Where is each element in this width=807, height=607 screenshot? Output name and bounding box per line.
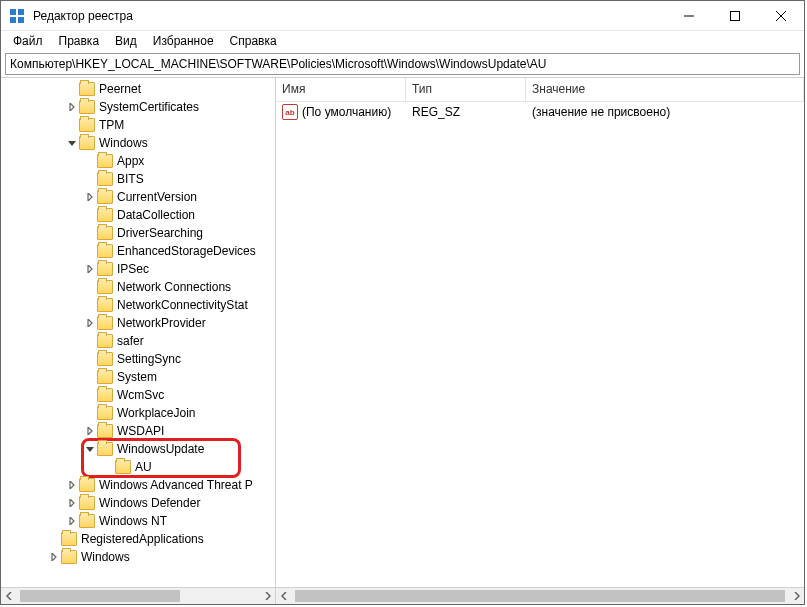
tree-item[interactable]: RegisteredApplications [1,530,275,548]
tree-item[interactable]: Windows Advanced Threat P [1,476,275,494]
chevron-right-icon[interactable] [65,100,79,114]
menu-favorites[interactable]: Избранное [145,32,222,50]
address-bar[interactable]: Компьютер\HKEY_LOCAL_MACHINE\SOFTWARE\Po… [5,53,800,75]
chevron-down-icon[interactable] [83,442,97,456]
tree-item[interactable]: Windows NT [1,512,275,530]
tree-item-label: IPSec [117,262,149,276]
chevron-right-icon[interactable] [65,514,79,528]
scroll-left-button[interactable] [1,588,18,604]
expander-placeholder [65,118,79,132]
chevron-right-icon[interactable] [83,190,97,204]
tree-item[interactable]: BITS [1,170,275,188]
folder-icon [97,208,113,222]
minimize-button[interactable] [666,1,712,30]
chevron-right-icon[interactable] [65,478,79,492]
tree[interactable]: PeernetSystemCertificatesTPMWindowsAppxB… [1,78,275,587]
tree-item[interactable]: Windows [1,548,275,566]
maximize-button[interactable] [712,1,758,30]
tree-item[interactable]: CurrentVersion [1,188,275,206]
tree-item[interactable]: Windows Defender [1,494,275,512]
list-header: Имя Тип Значение [276,78,804,102]
tree-item-label: TPM [99,118,124,132]
scroll-track[interactable] [293,588,787,604]
tree-item[interactable]: WorkplaceJoin [1,404,275,422]
tree-item[interactable]: SettingSync [1,350,275,368]
folder-icon [79,478,95,492]
folder-icon [97,244,113,258]
value-type: REG_SZ [406,105,526,119]
expander-placeholder [83,154,97,168]
tree-item[interactable]: TPM [1,116,275,134]
tree-item[interactable]: Peernet [1,80,275,98]
scroll-right-button[interactable] [258,588,275,604]
tree-item-label: Windows Advanced Threat P [99,478,253,492]
tree-item[interactable]: IPSec [1,260,275,278]
tree-item-label: Peernet [99,82,141,96]
menu-help[interactable]: Справка [222,32,285,50]
tree-item[interactable]: safer [1,332,275,350]
window-controls [666,1,804,30]
tree-item[interactable]: WSDAPI [1,422,275,440]
scroll-thumb[interactable] [20,590,180,602]
close-button[interactable] [758,1,804,30]
tree-item-label: Appx [117,154,144,168]
tree-item[interactable]: DataCollection [1,206,275,224]
chevron-down-icon[interactable] [65,136,79,150]
chevron-right-icon[interactable] [83,262,97,276]
tree-item-label: NetworkProvider [117,316,206,330]
folder-icon [97,388,113,402]
scroll-thumb[interactable] [295,590,785,602]
tree-item[interactable]: Windows [1,134,275,152]
tree-item[interactable]: WindowsUpdate [1,440,275,458]
tree-item[interactable]: System [1,368,275,386]
chevron-right-icon[interactable] [65,496,79,510]
col-name[interactable]: Имя [276,78,406,101]
tree-item[interactable]: Network Connections [1,278,275,296]
tree-item-label: System [117,370,157,384]
tree-item[interactable]: Appx [1,152,275,170]
folder-icon [79,496,95,510]
chevron-right-icon[interactable] [83,316,97,330]
tree-item-label: NetworkConnectivityStat [117,298,248,312]
chevron-right-icon[interactable] [83,424,97,438]
folder-icon [97,172,113,186]
tree-item[interactable]: NetworkProvider [1,314,275,332]
folder-icon [79,100,95,114]
folder-icon [97,316,113,330]
tree-item[interactable]: DriverSearching [1,224,275,242]
list-row[interactable]: ab(По умолчанию)REG_SZ(значение не присв… [276,102,804,122]
tree-item[interactable]: NetworkConnectivityStat [1,296,275,314]
tree-item-label: WorkplaceJoin [117,406,195,420]
expander-placeholder [47,532,61,546]
tree-item[interactable]: AU [1,458,275,476]
col-value[interactable]: Значение [526,78,804,101]
menu-edit[interactable]: Правка [51,32,108,50]
folder-icon [79,514,95,528]
col-type[interactable]: Тип [406,78,526,101]
expander-placeholder [83,208,97,222]
tree-hscroll[interactable] [1,587,275,604]
tree-item-label: SystemCertificates [99,100,199,114]
value-name: (По умолчанию) [302,105,391,119]
folder-icon [115,460,131,474]
menu-file[interactable]: Файл [5,32,51,50]
list-body[interactable]: ab(По умолчанию)REG_SZ(значение не присв… [276,102,804,587]
tree-pane: PeernetSystemCertificatesTPMWindowsAppxB… [1,78,276,604]
tree-item[interactable]: EnhancedStorageDevices [1,242,275,260]
tree-item[interactable]: WcmSvc [1,386,275,404]
scroll-left-button[interactable] [276,588,293,604]
window-title: Редактор реестра [33,9,666,23]
scroll-right-button[interactable] [787,588,804,604]
tree-item-label: WcmSvc [117,388,164,402]
scroll-track[interactable] [18,588,258,604]
list-hscroll[interactable] [276,587,804,604]
svg-rect-2 [10,17,16,23]
titlebar[interactable]: Редактор реестра [1,1,804,31]
tree-item-label: SettingSync [117,352,181,366]
chevron-right-icon[interactable] [47,550,61,564]
tree-item-label: Windows NT [99,514,167,528]
tree-item-label: WSDAPI [117,424,164,438]
menu-view[interactable]: Вид [107,32,145,50]
folder-icon [61,550,77,564]
tree-item[interactable]: SystemCertificates [1,98,275,116]
